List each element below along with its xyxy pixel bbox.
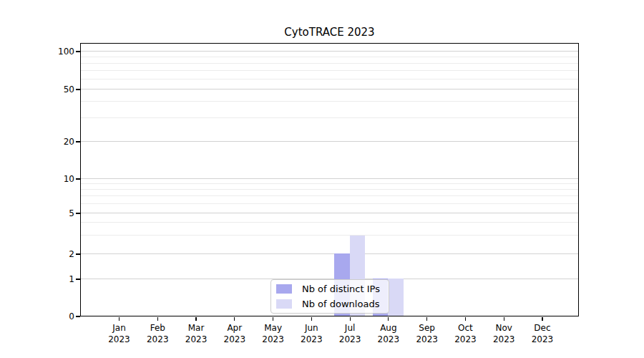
y-tick-mark — [76, 178, 80, 180]
y-tick-mark — [76, 316, 80, 317]
gridline-major — [81, 213, 578, 213]
chart-title: CytoTRACE 2023 — [80, 26, 579, 40]
bar-downloads — [388, 279, 404, 316]
x-tick-label: Dec2023 — [517, 322, 567, 345]
gridline-minor — [81, 63, 578, 64]
legend-label-distinct-ips: Nb of distinct IPs — [302, 284, 380, 294]
legend-swatch-distinct-ips — [276, 284, 292, 294]
plot-area — [80, 43, 579, 316]
y-tick-mark — [76, 51, 80, 52]
gridline-minor — [81, 70, 578, 71]
x-tick-mark — [350, 317, 351, 321]
legend-label-downloads: Nb of downloads — [302, 299, 379, 309]
y-tick-label: 20 — [0, 135, 74, 148]
gridline-minor — [81, 79, 578, 79]
figure: CytoTRACE 2023 0125102050100 Jan2023Feb2… — [0, 0, 644, 358]
y-tick-mark — [76, 253, 80, 255]
gridline-minor — [81, 222, 578, 223]
y-tick-label: 1 — [0, 273, 74, 286]
y-tick-label: 100 — [0, 45, 74, 58]
y-tick-label: 10 — [0, 173, 74, 185]
x-tick-mark — [234, 317, 235, 321]
y-tick-mark — [76, 213, 80, 214]
legend-swatch-downloads — [276, 299, 292, 309]
x-tick-mark — [426, 317, 427, 321]
gridline-minor — [81, 57, 578, 57]
y-tick-label: 50 — [0, 83, 74, 96]
gridline-minor — [81, 235, 578, 236]
gridline-minor — [81, 189, 578, 190]
gridline-major — [81, 89, 578, 90]
gridline-major — [81, 253, 578, 254]
gridline-minor — [81, 203, 578, 204]
y-tick-mark — [76, 141, 80, 142]
y-tick-label: 0 — [0, 310, 74, 323]
gridline-minor — [81, 101, 578, 102]
x-tick-mark — [119, 317, 119, 321]
x-tick-mark — [388, 317, 389, 321]
x-tick-year: 2023 — [517, 334, 567, 345]
gridline-major — [81, 51, 578, 52]
x-tick-mark — [311, 317, 312, 321]
gridline-major — [81, 178, 578, 179]
legend-item-downloads: Nb of downloads — [276, 298, 383, 310]
x-tick-month: Dec — [517, 322, 567, 334]
x-tick-mark — [195, 317, 196, 321]
y-tick-mark — [76, 279, 80, 280]
y-tick-label: 2 — [0, 248, 74, 261]
x-tick-mark — [157, 317, 158, 321]
x-tick-mark — [273, 317, 273, 321]
x-tick-mark — [465, 317, 466, 321]
x-tick-mark — [504, 317, 504, 321]
legend-item-distinct-ips: Nb of distinct IPs — [276, 283, 383, 295]
y-tick-mark — [76, 89, 80, 90]
gridline-major — [81, 141, 578, 142]
gridline-minor — [81, 117, 578, 118]
legend: Nb of distinct IPs Nb of downloads — [270, 279, 389, 314]
gridline-minor — [81, 195, 578, 196]
y-tick-label: 5 — [0, 207, 74, 220]
x-tick-mark — [542, 317, 542, 321]
gridline-minor — [81, 183, 578, 184]
